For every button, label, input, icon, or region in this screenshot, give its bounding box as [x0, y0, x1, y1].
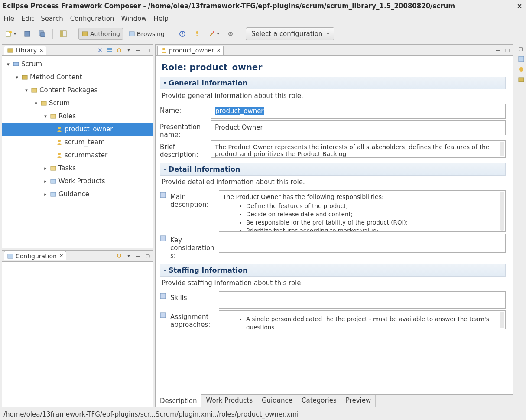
tab-categories[interactable]: Categories: [297, 395, 341, 407]
view-menu-button[interactable]: ▾: [125, 252, 132, 259]
list-item: Be responsible for the profitability of …: [246, 218, 502, 227]
row-main-description: Main description: The Product Owner has …: [160, 190, 506, 232]
expander-icon[interactable]: ▸: [43, 179, 48, 184]
tab-description[interactable]: Description: [156, 394, 201, 407]
expander-icon[interactable]: ▾: [33, 101, 39, 106]
expander-icon[interactable]: ▾: [14, 75, 19, 80]
tree-label: Work Products: [58, 177, 105, 185]
window-close-button[interactable]: ×: [516, 2, 523, 10]
rich-text-icon: [160, 192, 167, 198]
presentation-name-input[interactable]: Product Owner: [211, 120, 506, 135]
cheatsheet-view-button[interactable]: [517, 66, 524, 73]
tab-work-products[interactable]: Work Products: [201, 395, 257, 407]
section-staffing-header[interactable]: ▾Staffing Information: [160, 264, 506, 277]
section-detail: ▾Detail Information Provide detailed inf…: [160, 163, 506, 260]
section-staffing-label: Staffing Information: [169, 266, 247, 274]
maximize-button[interactable]: ▢: [504, 47, 511, 54]
tree-node-work-products[interactable]: ▸Work Products: [2, 175, 153, 188]
chevron-down-icon: ▾: [14, 31, 16, 36]
pin-tool-button[interactable]: ▾: [206, 28, 222, 40]
key-considerations-input[interactable]: [219, 234, 506, 253]
row-key-considerations: Key considerations:: [160, 234, 506, 260]
refresh-button[interactable]: [116, 252, 123, 259]
help-button[interactable]: ?: [176, 28, 188, 40]
configuration-selector[interactable]: Select a configuration ▾: [246, 27, 335, 40]
close-icon[interactable]: ✕: [59, 253, 63, 259]
close-icon[interactable]: ✕: [217, 48, 221, 53]
scrollbar[interactable]: [500, 312, 504, 328]
row-name: Name: product_owner: [160, 104, 506, 119]
tree-node-scrummaster[interactable]: scrummaster: [2, 149, 153, 162]
refresh-button[interactable]: [116, 47, 123, 54]
name-input[interactable]: product_owner: [211, 104, 506, 119]
library-tab[interactable]: Library ✕: [4, 46, 46, 55]
left-column: Library ✕ ▾ — ▢ ▾Scrum ▾Method Content ▾…: [0, 42, 153, 409]
expander-icon[interactable]: ▾: [24, 88, 29, 93]
section-detail-header[interactable]: ▾Detail Information: [160, 163, 506, 176]
scrollbar[interactable]: [500, 192, 504, 231]
outline-view-button[interactable]: [517, 55, 524, 62]
menu-edit[interactable]: Edit: [21, 15, 34, 23]
scrollbar[interactable]: [500, 142, 504, 156]
menu-configuration[interactable]: Configuration: [70, 15, 114, 23]
tree-node-scrum-package[interactable]: ▾Scrum: [2, 97, 153, 110]
new-wizard-button[interactable]: ▾: [3, 28, 19, 40]
maximize-button[interactable]: ▢: [144, 252, 151, 259]
workbench: Library ✕ ▾ — ▢ ▾Scrum ▾Method Content ▾…: [0, 42, 526, 409]
restore-button[interactable]: ▢: [517, 45, 524, 52]
browsing-perspective-button[interactable]: Browsing: [126, 28, 167, 40]
package-icon: [31, 87, 38, 94]
key-considerations-label: Key considerations:: [170, 234, 215, 260]
maximize-button[interactable]: ▢: [144, 47, 151, 54]
tree-node-content-packages[interactable]: ▾Content Packages: [2, 84, 153, 97]
tree-node-tasks[interactable]: ▸Tasks: [2, 162, 153, 175]
authoring-perspective-button[interactable]: Authoring: [78, 28, 123, 40]
tree-node-product-owner[interactable]: product_owner: [2, 123, 153, 136]
svg-point-11: [196, 31, 198, 34]
main-description-intro: The Product Owner has the following resp…: [223, 193, 502, 200]
tree-node-roles[interactable]: ▾Roles: [2, 110, 153, 123]
save-button[interactable]: [21, 28, 33, 40]
tab-guidance[interactable]: Guidance: [257, 395, 297, 407]
minimize-button[interactable]: —: [135, 252, 142, 259]
expander-icon[interactable]: ▾: [6, 62, 11, 67]
minimize-button[interactable]: —: [494, 47, 501, 54]
task-tool-button[interactable]: [224, 28, 237, 40]
expander-icon[interactable]: ▸: [43, 192, 48, 197]
menu-help[interactable]: Help: [154, 15, 169, 23]
open-perspective-button[interactable]: [57, 28, 69, 40]
svg-rect-35: [160, 293, 166, 299]
configuration-selector-label: Select a configuration: [251, 30, 323, 38]
properties-view-button[interactable]: [517, 76, 524, 83]
assignment-approaches-label: Assignment approaches:: [170, 310, 215, 329]
link-editor-button[interactable]: [106, 47, 113, 54]
main-description-input[interactable]: The Product Owner has the following resp…: [219, 190, 506, 232]
tab-preview[interactable]: Preview: [341, 395, 376, 407]
collapse-button[interactable]: [97, 47, 104, 54]
editor-scroll[interactable]: Role: product_owner ▾General Information…: [156, 56, 513, 394]
role-tool-button[interactable]: [191, 28, 203, 40]
menu-window[interactable]: Window: [121, 15, 146, 23]
skills-input[interactable]: [219, 291, 506, 309]
list-item: Define the features of the product;: [246, 202, 502, 210]
save-all-button[interactable]: [36, 28, 48, 40]
expander-icon[interactable]: ▾: [43, 114, 48, 119]
expander-icon[interactable]: ▸: [43, 166, 48, 171]
assignment-approaches-input[interactable]: A single person dedicated the the projec…: [219, 310, 506, 329]
brief-description-input[interactable]: The Product Owner represents the interes…: [211, 140, 506, 158]
view-menu-button[interactable]: ▾: [125, 47, 132, 54]
tree-label: scrum_team: [65, 138, 105, 146]
library-tree[interactable]: ▾Scrum ▾Method Content ▾Content Packages…: [2, 56, 153, 248]
tree-node-scrum-plugin[interactable]: ▾Scrum: [2, 58, 153, 71]
editor-tab-product-owner[interactable]: product_owner ✕: [157, 46, 224, 55]
tree-node-guidance[interactable]: ▸Guidance: [2, 188, 153, 201]
role-icon: [56, 152, 63, 159]
minimize-button[interactable]: —: [135, 47, 142, 54]
tree-node-method-content[interactable]: ▾Method Content: [2, 71, 153, 84]
menu-search[interactable]: Search: [41, 15, 63, 23]
menu-file[interactable]: File: [3, 15, 14, 23]
section-general-header[interactable]: ▾General Information: [160, 77, 506, 89]
tree-node-scrum-team[interactable]: scrum_team: [2, 136, 153, 149]
close-icon[interactable]: ✕: [39, 48, 43, 53]
configuration-tab[interactable]: Configuration ✕: [4, 251, 66, 260]
